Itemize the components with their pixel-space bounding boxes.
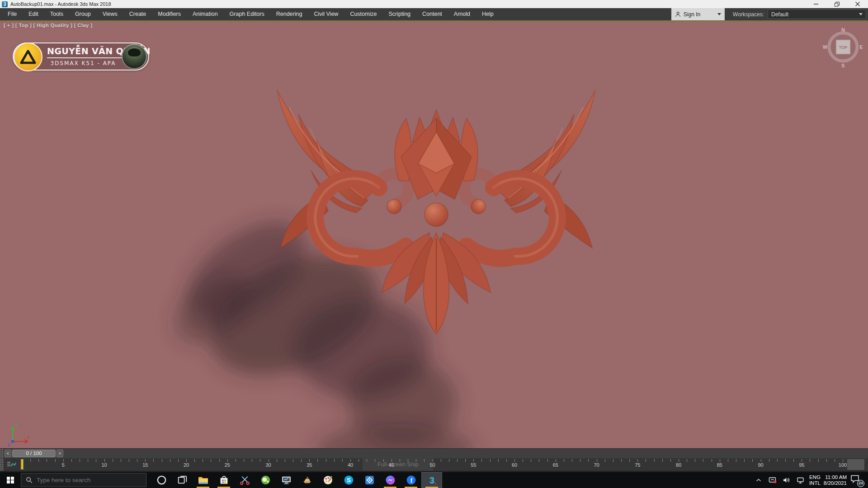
frame-tick [63,459,64,462]
close-button[interactable] [847,0,868,8]
mini-curve-editor-icon[interactable] [6,461,16,470]
messenger-icon[interactable] [380,472,401,488]
author-badge: NGUYỄN VĂN QUYỀN 3DSMAX K51 - APA [13,42,149,70]
badge-subtitle: 3DSMAX K51 - APA [47,60,119,66]
menu-customize[interactable]: Customize [344,8,382,20]
frame-tick [71,459,72,462]
menu-arnold[interactable]: Arnold [448,8,476,20]
badge-divider [47,57,128,58]
menu-animation[interactable]: Animation [187,8,224,20]
frame-label-35: 35 [307,462,312,468]
track-bar[interactable]: Full-screen Snip 05101520253035404550556… [0,458,868,471]
menu-modifiers[interactable]: Modifiers [152,8,187,20]
frame-tick [613,459,613,462]
menu-content[interactable]: Content [416,8,448,20]
volume-icon[interactable] [781,475,792,486]
splitter-handle[interactable] [0,449,4,458]
3ds-max-icon[interactable]: 3 [421,472,442,488]
frame-label-95: 95 [799,462,804,468]
chevron-down-icon [859,13,863,15]
menu-scripting[interactable]: Scripting [382,8,416,20]
frame-tick [227,459,228,462]
svg-text:f: f [410,477,412,484]
viewcube[interactable]: N E S W TOP [822,26,864,68]
time-slider-handle[interactable]: < 0 / 100 > [5,450,63,457]
menu-group[interactable]: Group [69,8,97,20]
menu-civil-view[interactable]: Civil View [308,8,344,20]
minimize-button[interactable] [806,0,826,8]
media-player-icon[interactable] [255,472,276,488]
menu-edit[interactable]: Edit [23,8,44,20]
action-center-button[interactable]: 24 [850,474,863,486]
snipping-tool-icon[interactable] [234,472,255,488]
utility-tool-icon[interactable] [297,472,317,488]
start-button[interactable] [0,472,21,488]
file-explorer-icon[interactable] [193,472,213,488]
menu-create[interactable]: Create [123,8,152,20]
frame-tick [392,459,392,462]
menu-help[interactable]: Help [476,8,500,20]
frame-label-85: 85 [717,462,722,468]
frame-tick [556,459,556,462]
frame-tick [818,459,819,462]
menu-file[interactable]: File [2,8,23,20]
viewport-label[interactable]: [ + ] [ Top ] [ High Quality ] [ Clay ] [4,23,92,28]
paint-app-icon[interactable] [317,472,338,488]
current-frame-marker[interactable] [21,459,24,470]
frame-tick [826,459,827,462]
tray-chevron-up-icon[interactable] [753,475,764,486]
frame-label-15: 15 [142,462,148,468]
system-tray: ENG INTL 11:00 AM 8/20/2021 24 [753,474,868,486]
minimize-icon [814,2,818,6]
frame-tick [785,459,786,462]
time-slider-value[interactable]: 0 / 100 [12,450,56,457]
frame-tick [572,459,572,462]
frame-tick [629,459,630,462]
viewcube-top-face[interactable]: TOP [839,45,847,50]
frame-tick [720,459,720,462]
close-icon [855,2,860,6]
network-icon[interactable] [795,475,806,486]
photo-viewer-icon[interactable] [359,472,380,488]
frame-tick [269,459,269,462]
viewcube-west[interactable]: W [823,44,828,50]
presentation-app-icon[interactable] [276,472,297,488]
sign-in-button[interactable]: Sign In [671,8,725,20]
frame-tick [802,459,802,462]
clock[interactable]: 11:00 AM 8/20/2021 [824,474,847,486]
screencast-notification-icon[interactable] [767,475,778,486]
sign-in-label: Sign In [684,11,715,18]
frame-label-75: 75 [635,462,640,468]
splitter-handle[interactable] [0,458,4,471]
viewcube-north[interactable]: N [841,27,845,33]
avatar [122,44,147,69]
restore-button[interactable] [826,0,847,8]
menu-rendering[interactable]: Rendering [270,8,308,20]
viewcube-east[interactable]: E [859,44,863,50]
frame-tick [375,459,375,462]
skype-icon[interactable]: S [338,472,359,488]
frame-label-50: 50 [429,462,435,468]
facebook-icon[interactable]: f [401,472,421,488]
menu-tools[interactable]: Tools [44,8,69,20]
previous-frame-button[interactable]: < [5,450,11,457]
next-frame-button[interactable]: > [57,450,63,457]
taskbar-search[interactable] [21,473,146,487]
viewport[interactable]: [ + ] [ Top ] [ High Quality ] [ Clay ] … [0,20,868,448]
menu-views[interactable]: Views [97,8,123,20]
cortana-icon[interactable] [151,472,172,488]
frame-tick [301,459,302,462]
task-view-icon[interactable] [172,472,193,488]
menu-graph-editors[interactable]: Graph Editors [224,8,270,20]
microsoft-store-icon[interactable] [213,472,234,488]
viewcube-south[interactable]: S [841,63,844,68]
frame-tick [761,459,761,462]
workspace-select[interactable]: Default [768,9,866,19]
frame-tick [679,459,679,462]
frame-tick [104,459,105,462]
frame-ruler[interactable]: Full-screen Snip 05101520253035404550556… [22,458,843,471]
frame-tick [457,459,458,462]
tray-date: 8/20/2021 [824,480,847,486]
search-input[interactable] [37,477,136,483]
language-indicator[interactable]: ENG INTL [809,474,821,486]
